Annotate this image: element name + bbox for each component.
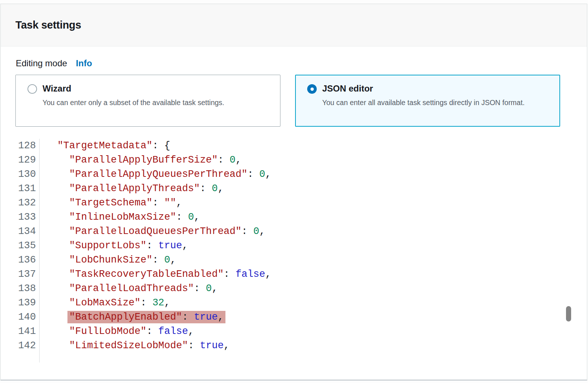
line-number-empty xyxy=(15,353,40,362)
line-number: 132 xyxy=(15,196,40,210)
code-text: "InlineLobMaxSize": 0, xyxy=(40,210,200,224)
tile-wizard-label: Wizard xyxy=(43,83,224,94)
code-line[interactable]: 142 "LimitedSizeLobMode": true, xyxy=(15,339,572,353)
info-link[interactable]: Info xyxy=(76,58,92,68)
code-text: "TargetMetadata": { xyxy=(40,139,170,153)
line-number: 130 xyxy=(15,167,40,182)
line-number: 133 xyxy=(15,210,40,224)
line-number: 135 xyxy=(15,239,40,253)
code-line[interactable]: 134 "ParallelLoadQueuesPerThread": 0, xyxy=(15,224,572,239)
code-text: "TaskRecoveryTableEnabled": false, xyxy=(40,267,271,282)
editing-mode-row: Editing mode Info xyxy=(16,58,572,68)
vertical-scrollbar-thumb[interactable] xyxy=(566,306,571,321)
code-line[interactable]: 139 "LobMaxSize": 32, xyxy=(15,296,572,310)
line-number: 131 xyxy=(15,182,40,196)
code-text: "FullLobMode": false, xyxy=(40,324,194,339)
code-line[interactable]: 138 "ParallelLoadThreads": 0, xyxy=(15,282,572,296)
tile-json-editor[interactable]: JSON editor You can enter all available … xyxy=(295,75,560,127)
line-number: 129 xyxy=(15,153,40,167)
radio-unselected-icon[interactable] xyxy=(27,84,37,94)
line-number: 136 xyxy=(15,253,40,267)
code-text: "LobMaxSize": 32, xyxy=(40,296,170,310)
tile-wizard-content: Wizard You can enter only a subset of th… xyxy=(43,83,224,108)
radio-selected-icon[interactable] xyxy=(307,84,317,94)
code-line[interactable]: 133 "InlineLobMaxSize": 0, xyxy=(15,210,572,224)
line-number: 139 xyxy=(15,296,40,310)
editing-mode-tiles: Wizard You can enter only a subset of th… xyxy=(15,75,572,127)
tile-wizard[interactable]: Wizard You can enter only a subset of th… xyxy=(15,75,280,127)
tile-json-editor-description: You can enter all available task setting… xyxy=(322,97,525,108)
code-text: "ParallelApplyThreads": 0, xyxy=(40,182,224,196)
code-text: "TargetSchema": "", xyxy=(40,196,182,210)
code-text: "ParallelApplyQueuesPerThread": 0, xyxy=(40,167,271,182)
code-text: "SupportLobs": true, xyxy=(40,239,188,253)
tile-wizard-description: You can enter only a subset of the avail… xyxy=(43,97,224,108)
code-line[interactable]: 141 "FullLobMode": false, xyxy=(15,324,572,339)
code-line[interactable]: 140 "BatchApplyEnabled": true, xyxy=(15,310,572,324)
search-match-highlight: "BatchApplyEnabled": true, xyxy=(67,311,225,323)
line-number: 140 xyxy=(15,310,40,324)
code-text: "BatchApplyEnabled": true, xyxy=(40,310,224,324)
line-number: 141 xyxy=(15,324,40,339)
code-line[interactable]: 129 "ParallelApplyBufferSize": 0, xyxy=(15,153,572,167)
code-line[interactable]: 135 "SupportLobs": true, xyxy=(15,239,572,253)
code-text: "ParallelLoadQueuesPerThread": 0, xyxy=(40,224,265,239)
code-text: "ParallelLoadThreads": 0, xyxy=(40,282,218,296)
json-code-editor[interactable]: 128 "TargetMetadata": {129 "ParallelAppl… xyxy=(15,139,572,362)
line-number: 134 xyxy=(15,224,40,239)
line-number: 142 xyxy=(15,339,40,353)
line-number: 138 xyxy=(15,282,40,296)
code-text: "LobChunkSize": 0, xyxy=(40,253,176,267)
editing-mode-label: Editing mode xyxy=(16,58,67,68)
panel-header: Task settings xyxy=(1,4,587,47)
code-line[interactable]: 136 "LobChunkSize": 0, xyxy=(15,253,572,267)
page-title: Task settings xyxy=(15,19,81,31)
code-line[interactable]: 132 "TargetSchema": "", xyxy=(15,196,572,210)
code-line[interactable]: 130 "ParallelApplyQueuesPerThread": 0, xyxy=(15,167,572,182)
code-line[interactable]: 131 "ParallelApplyThreads": 0, xyxy=(15,182,572,196)
line-number: 128 xyxy=(15,139,40,153)
tile-json-editor-label: JSON editor xyxy=(322,83,525,94)
panel-body: Editing mode Info Wizard You can enter o… xyxy=(1,47,587,362)
task-settings-panel: Task settings Editing mode Info Wizard Y… xyxy=(0,4,587,380)
code-text: "LimitedSizeLobMode": true, xyxy=(40,339,229,353)
code-line-empty[interactable] xyxy=(15,353,572,362)
line-number: 137 xyxy=(15,267,40,282)
code-line[interactable]: 128 "TargetMetadata": { xyxy=(15,139,572,153)
code-text: "ParallelApplyBufferSize": 0, xyxy=(40,153,242,167)
code-line[interactable]: 137 "TaskRecoveryTableEnabled": false, xyxy=(15,267,572,282)
tile-json-editor-content: JSON editor You can enter all available … xyxy=(322,83,525,108)
